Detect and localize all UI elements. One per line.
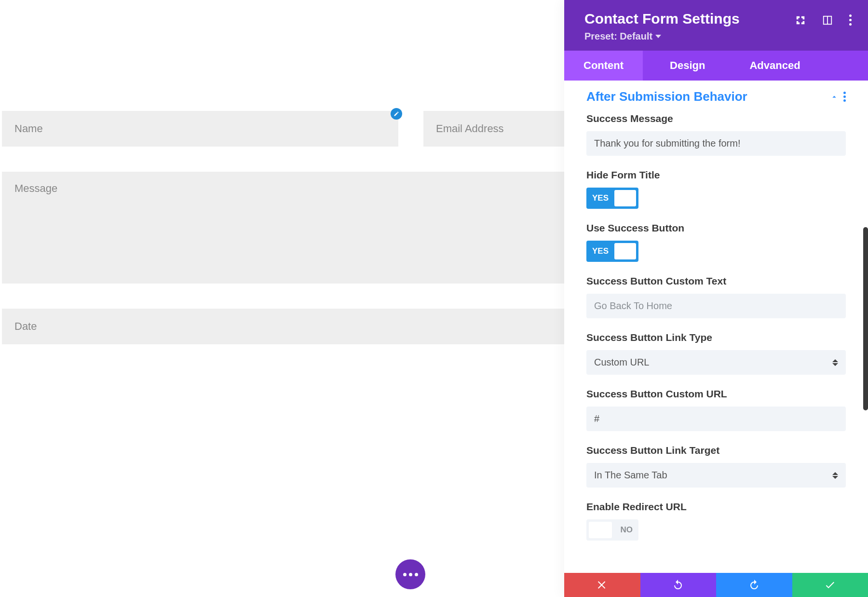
toggle-label: YES — [586, 193, 614, 203]
select-caret-icon — [832, 359, 838, 366]
redo-button[interactable] — [716, 573, 792, 597]
toggle-knob — [614, 190, 636, 206]
input-success-button-text[interactable]: Go Back To Home — [586, 294, 846, 318]
settings-panel: Contact Form Settings Preset: Default Co… — [564, 0, 868, 597]
setting-enable-redirect-url: Enable Redirect URL NO — [586, 501, 846, 541]
close-icon — [597, 579, 608, 591]
input-success-button-custom-url[interactable]: # — [586, 407, 846, 431]
setting-success-button-text: Success Button Custom Text Go Back To Ho… — [586, 275, 846, 318]
select-success-button-link-type[interactable]: Custom URL — [586, 350, 846, 375]
select-success-button-link-target[interactable]: In The Same Tab — [586, 463, 846, 488]
field-name[interactable]: Name — [2, 111, 398, 147]
label-use-success-button: Use Success Button — [586, 222, 846, 234]
preset-selector[interactable]: Preset: Default — [584, 31, 661, 42]
setting-use-success-button: Use Success Button YES — [586, 222, 846, 262]
toggle-knob — [589, 522, 612, 538]
tab-design[interactable]: Design — [643, 51, 732, 81]
label-success-button-link-target: Success Button Link Target — [586, 445, 846, 456]
setting-success-button-link-type: Success Button Link Type Custom URL — [586, 332, 846, 375]
chevron-up-icon[interactable] — [830, 93, 839, 101]
field-message[interactable]: Message — [2, 172, 569, 284]
toggle-hide-form-title[interactable]: YES — [586, 188, 638, 209]
select-value: In The Same Tab — [586, 463, 846, 488]
setting-success-message: Success Message Thank you for submitting… — [586, 113, 846, 156]
section-title: After Submission Behavior — [586, 89, 747, 104]
panel-header: Contact Form Settings Preset: Default — [564, 0, 868, 51]
section-kebab-icon[interactable] — [843, 92, 846, 102]
section-header[interactable]: After Submission Behavior — [586, 86, 846, 113]
check-icon — [824, 579, 836, 591]
panel-footer — [564, 573, 868, 597]
input-success-message[interactable]: Thank you for submitting the form! — [586, 131, 846, 156]
scrollbar[interactable] — [863, 227, 868, 410]
tab-advanced[interactable]: Advanced — [732, 51, 817, 81]
select-caret-icon — [832, 472, 838, 479]
label-enable-redirect-url: Enable Redirect URL — [586, 501, 846, 513]
label-success-button-custom-url: Success Button Custom URL — [586, 388, 846, 400]
kebab-menu-icon[interactable] — [849, 14, 852, 26]
label-success-button-link-type: Success Button Link Type — [586, 332, 846, 343]
field-email[interactable]: Email Address — [423, 111, 569, 147]
layout-columns-icon[interactable] — [822, 15, 833, 26]
setting-hide-form-title: Hide Form Title YES — [586, 169, 846, 209]
select-value: Custom URL — [586, 350, 846, 375]
label-success-button-text: Success Button Custom Text — [586, 275, 846, 287]
label-hide-form-title: Hide Form Title — [586, 169, 846, 181]
toggle-enable-redirect-url[interactable]: NO — [586, 519, 638, 541]
tab-content[interactable]: Content — [564, 51, 643, 81]
cancel-button[interactable] — [564, 573, 640, 597]
fab-more[interactable] — [395, 559, 425, 589]
label-success-message: Success Message — [586, 113, 846, 124]
save-button[interactable] — [792, 573, 868, 597]
canvas: Name Email Address Message Date — [0, 0, 569, 597]
panel-body: After Submission Behavior Success Messag… — [564, 81, 868, 573]
expand-icon[interactable] — [795, 15, 806, 26]
toggle-label: NO — [621, 525, 639, 535]
setting-success-button-link-target: Success Button Link Target In The Same T… — [586, 445, 846, 488]
field-date[interactable]: Date — [2, 309, 569, 344]
toggle-use-success-button[interactable]: YES — [586, 241, 638, 262]
undo-icon — [672, 579, 684, 591]
undo-button[interactable] — [640, 573, 717, 597]
preset-label: Preset: Default — [584, 31, 652, 42]
toggle-label: YES — [586, 246, 614, 256]
edit-module-icon[interactable] — [391, 108, 402, 120]
setting-success-button-custom-url: Success Button Custom URL # — [586, 388, 846, 431]
panel-tabs: Content Design Advanced — [564, 51, 868, 81]
caret-down-icon — [655, 35, 661, 38]
toggle-knob — [614, 243, 636, 259]
redo-icon — [748, 579, 760, 591]
